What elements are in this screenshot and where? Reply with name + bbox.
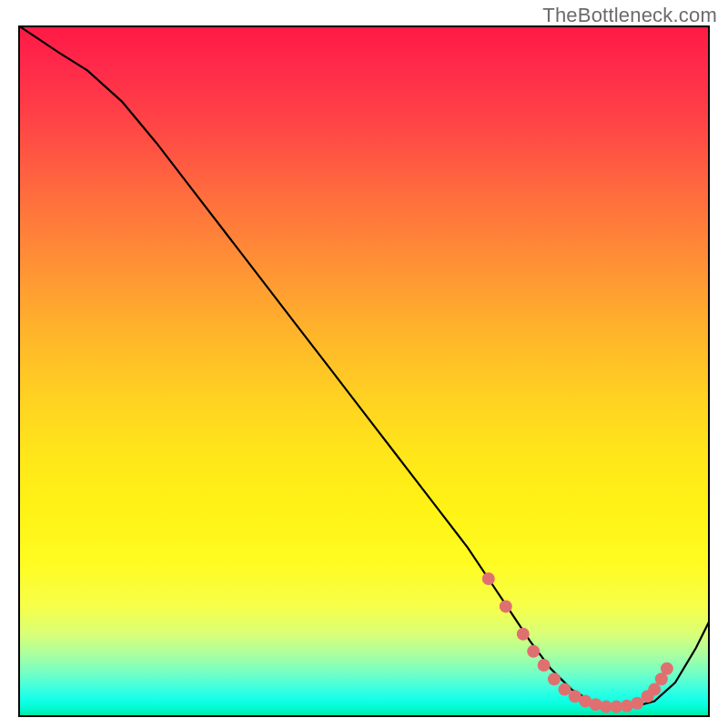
watermark-text: TheBottleneck.com — [542, 4, 717, 27]
chart-canvas: TheBottleneck.com — [0, 0, 728, 728]
highlight-dot — [548, 672, 561, 685]
highlight-dot — [527, 645, 540, 658]
highlight-dot — [517, 628, 530, 641]
highlight-dot — [482, 572, 495, 585]
highlight-dot — [538, 659, 551, 672]
dots-svg — [18, 25, 710, 717]
highlight-dot — [631, 697, 643, 710]
highlight-dot — [661, 662, 673, 675]
highlight-dots — [482, 572, 673, 713]
plot-area — [18, 25, 710, 717]
highlight-dot — [648, 683, 661, 696]
highlight-dot — [500, 600, 512, 612]
highlight-dot — [558, 683, 571, 696]
